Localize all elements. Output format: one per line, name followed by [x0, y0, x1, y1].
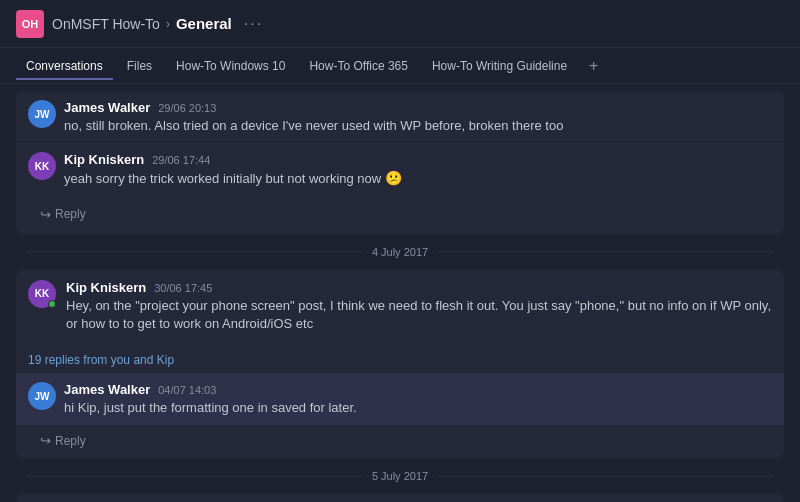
reply-count[interactable]: 19 replies from you and Kip: [16, 349, 784, 373]
conversations-content: JW James Walker 29/06 20:13 no, still br…: [0, 84, 800, 502]
message-header: Kip Kniskern 30/06 17:45: [66, 280, 772, 295]
message-text: Hey, on the "project your phone screen" …: [66, 297, 772, 333]
nav-tabs: Conversations Files How-To Windows 10 Ho…: [0, 48, 800, 84]
message-author: James Walker: [64, 382, 150, 397]
reply-icon: ↩: [40, 207, 51, 222]
message-time: 29/06 17:44: [152, 154, 210, 166]
team-avatar: OH: [16, 10, 44, 38]
message-header: James Walker 29/06 20:13: [64, 100, 772, 115]
message-text: yeah sorry the trick worked initially bu…: [64, 169, 772, 189]
avatar: KK: [28, 152, 56, 180]
message-thread-2: KK Kip Kniskern 30/06 17:45 Hey, on the …: [16, 270, 784, 459]
tab-conversations[interactable]: Conversations: [16, 53, 113, 79]
reply-button[interactable]: ↩ Reply: [28, 201, 98, 228]
message-thread-3: JW James Walker 05/07 19:47 Hey Kip. I j…: [16, 494, 784, 502]
message-time: 30/06 17:45: [154, 282, 212, 294]
tab-files[interactable]: Files: [117, 53, 162, 79]
tab-how-to-office[interactable]: How-To Office 365: [299, 53, 418, 79]
avatar: KK: [28, 280, 56, 308]
message-body: James Walker 29/06 20:13 no, still broke…: [64, 100, 772, 135]
message-header: James Walker 04/07 14:03: [64, 382, 772, 397]
add-tab-button[interactable]: +: [581, 53, 606, 79]
online-status: [48, 300, 56, 308]
reply-icon: ↩: [40, 433, 51, 448]
channel-name: General: [176, 15, 232, 32]
conversation-message: JW James Walker 05/07 19:47 Hey Kip. I j…: [16, 494, 784, 502]
message-time: 04/07 14:03: [158, 384, 216, 396]
message-header: Kip Kniskern 29/06 17:44: [64, 152, 772, 167]
message-author: James Walker: [64, 100, 150, 115]
message-text: hi Kip, just put the formatting one in s…: [64, 399, 772, 417]
message-time: 29/06 20:13: [158, 102, 216, 114]
app-header: OH OnMSFT How-To › General ···: [0, 0, 800, 48]
message-body: James Walker 04/07 14:03 hi Kip, just pu…: [64, 382, 772, 417]
message-author: Kip Kniskern: [66, 280, 146, 295]
message-thread-1: JW James Walker 29/06 20:13 no, still br…: [16, 92, 784, 234]
conversation-message: KK Kip Kniskern 30/06 17:45 Hey, on the …: [16, 270, 784, 343]
header-title: OnMSFT How-To › General ···: [52, 15, 263, 33]
message-body: Kip Kniskern 29/06 17:44 yeah sorry the …: [64, 152, 772, 189]
avatar: JW: [28, 382, 56, 410]
message-body: Kip Kniskern 30/06 17:45 Hey, on the "pr…: [66, 280, 772, 333]
emoji: 😕: [385, 170, 402, 186]
avatar: JW: [28, 100, 56, 128]
more-options-icon[interactable]: ···: [244, 15, 263, 33]
message-item: JW James Walker 29/06 20:13 no, still br…: [16, 92, 784, 143]
tab-writing-guideline[interactable]: How-To Writing Guideline: [422, 53, 577, 79]
nested-reply: JW James Walker 04/07 14:03 hi Kip, just…: [16, 373, 784, 425]
date-divider: 4 July 2017: [16, 246, 784, 258]
breadcrumb-chevron: ›: [166, 17, 170, 31]
message-item: KK Kip Kniskern 29/06 17:44 yeah sorry t…: [16, 143, 784, 197]
reply-button[interactable]: ↩ Reply: [28, 427, 98, 454]
date-divider: 5 July 2017: [16, 470, 784, 482]
team-name[interactable]: OnMSFT How-To: [52, 16, 160, 32]
message-author: Kip Kniskern: [64, 152, 144, 167]
message-text: no, still broken. Also tried on a device…: [64, 117, 772, 135]
tab-how-to-windows[interactable]: How-To Windows 10: [166, 53, 295, 79]
